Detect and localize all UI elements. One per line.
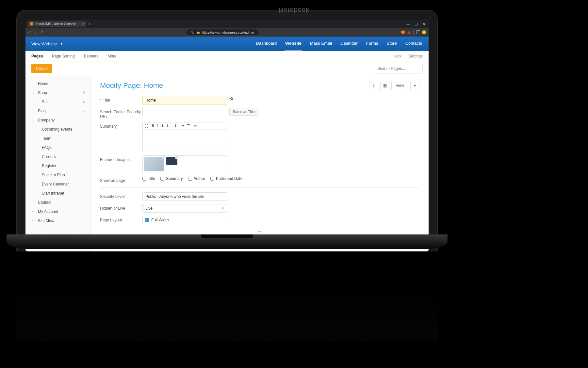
sidebar-item-faqs[interactable]: FAQs [25,143,90,152]
subtab-more[interactable]: More [107,54,116,58]
editor-textarea[interactable] [143,130,227,146]
count-badge: 8 [83,91,85,95]
checkbox-published-date[interactable]: Published Date [210,176,242,181]
bold-icon[interactable]: B [152,124,154,128]
sidebar-item-shop[interactable]: ⌄Shop8 [25,88,90,97]
extension-icon[interactable] [407,31,411,34]
page-toolbar: Create [25,61,429,76]
subtab-page-sorting[interactable]: Page Sorting [52,54,74,58]
tab-title: ShoutCMS - Admin Console [35,22,76,26]
count-badge: 6 [83,109,85,113]
top-navbar: View Website ▼ DashboardWebsiteMass Emai… [25,37,429,51]
ul-icon[interactable]: ≔ [181,124,184,128]
sidebar-item-blog[interactable]: Blog6 [25,106,90,116]
sidebar-item-site-misc[interactable]: ›Site Misc [25,216,90,225]
h1-icon[interactable]: H₁ [160,124,164,128]
sidebar-item-upcoming-events[interactable]: Upcoming events [25,125,90,134]
count-badge: 4 [83,100,85,104]
view-website-menu[interactable]: View Website ▼ [31,41,63,46]
security-select[interactable]: Public - Anyone who visits the site [142,192,227,201]
camera-icon[interactable] [416,30,420,34]
sidebar-item-my-account[interactable]: ›My Account [25,207,90,216]
subtab-pages[interactable]: Pages [31,54,43,58]
nav-store[interactable]: Store [386,37,398,51]
browser-tab-strip: ShoutCMS - Admin Console × + — ▢ ✕ [25,20,429,28]
title-input[interactable] [142,96,227,104]
sidebar-item-careers[interactable]: Careers [25,152,90,161]
link-help[interactable]: Help [393,54,401,58]
image-thumbnail[interactable]: × [144,157,164,171]
url-text: https://www.mybusiness.com/admin [202,31,254,34]
forward-icon[interactable]: ▷ [34,30,37,35]
gear-icon[interactable]: ✿ [230,96,234,101]
preview-icon[interactable]: 👁 [193,124,197,128]
share-button[interactable]: ⇪ [369,81,378,90]
chevron-down-icon: ▼ [60,42,63,45]
profile-icon[interactable] [422,30,426,34]
layout-swatch-icon [145,218,149,222]
info-icon: ⓘ [191,30,194,35]
reload-icon[interactable]: ⟳ [41,30,44,35]
expand-icon[interactable]: ⌄ [32,119,35,122]
sidebar-item-home[interactable]: Home [25,79,90,88]
sidebar-item-staff-intranet[interactable]: Staff Intranet [25,189,90,198]
new-tab-button[interactable]: + [88,21,91,26]
lock-icon: 🔒 [196,31,200,34]
sidebar-item-contact[interactable]: Contact [25,198,90,207]
maximize-icon[interactable]: ▢ [415,22,418,26]
sidebar-item-company[interactable]: ⌄Company [25,116,90,125]
address-bar: ◁ ▷ ⟳ ⓘ 🔒 https://www.mybusiness.com/adm… [25,28,429,37]
nav-forms[interactable]: Forms [366,37,379,51]
hidden-live-select[interactable]: Live▼ [142,204,227,213]
create-button[interactable]: Create [31,64,52,73]
summary-editor[interactable]: ⛶ B I H₁ H₂ H₃ ≔ ☰ 👁 [142,122,227,152]
search-input[interactable] [374,64,423,73]
nav-calendar[interactable]: Calendar [340,37,358,51]
image-thumbnail[interactable]: × [166,157,177,165]
view-button[interactable]: View [391,81,408,90]
nav-website[interactable]: Website [285,37,302,51]
expand-icon[interactable]: › [32,219,33,222]
remove-image-icon[interactable]: × [175,156,178,159]
view-dropdown[interactable]: ▾ [410,81,419,90]
shield-icon[interactable] [401,30,405,34]
link-settings[interactable]: Settings [409,54,423,58]
main-content: Modify Page: Home ⇪ ▦ View ▾ *Title ✿ Se… [91,76,429,251]
sidebar-item-sale[interactable]: Sale4 [25,97,90,106]
url-input[interactable] [142,108,227,116]
sub-navbar: PagesPage SortingBannersMore HelpSetting… [25,51,429,61]
url-field[interactable]: ⓘ 🔒 https://www.mybusiness.com/admin [187,29,258,35]
schedule-button[interactable]: ▦ [380,81,389,90]
checkbox-author[interactable]: Author [188,176,205,181]
same-as-title-button[interactable]: Same as Title [229,108,258,116]
close-icon[interactable]: × [82,22,84,26]
minimize-icon[interactable]: — [406,22,410,26]
close-window-icon[interactable]: ✕ [422,22,425,26]
ol-icon[interactable]: ☰ [187,124,190,128]
h2-icon[interactable]: H₂ [167,124,171,128]
italic-icon[interactable]: I [157,124,158,128]
featured-images-field[interactable]: × × [142,155,227,173]
nav-dashboard[interactable]: Dashboard [255,37,278,51]
window-controls: — ▢ ✕ [406,22,429,26]
expand-icon[interactable]: ⌄ [32,91,35,94]
layout-select[interactable]: Full Width [142,216,227,224]
expand-icon[interactable]: › [32,210,33,213]
sidebar-item-event-calendar[interactable]: Event Calendar [25,180,90,189]
nav-mass-email[interactable]: Mass Email [309,37,333,51]
collapse-toggle[interactable]: ︿ [100,228,419,234]
browser-tab[interactable]: ShoutCMS - Admin Console × [27,21,86,27]
favicon-icon [30,22,33,25]
checkbox-summary[interactable]: Summary [160,176,183,181]
page-title: Modify Page: Home [100,81,163,90]
remove-image-icon[interactable]: × [162,156,165,159]
subtab-banners[interactable]: Banners [84,54,99,58]
sidebar-item-select-a-plan[interactable]: Select a Plan [25,170,90,180]
back-icon[interactable]: ◁ [28,30,31,35]
checkbox-title[interactable]: Title [142,176,155,181]
nav-contacts[interactable]: Contacts [405,37,423,51]
h3-icon[interactable]: H₃ [173,124,177,128]
sidebar-item-register[interactable]: Register [25,161,90,170]
sidebar-item-team[interactable]: Team [25,134,90,143]
fullscreen-icon[interactable]: ⛶ [145,124,148,128]
